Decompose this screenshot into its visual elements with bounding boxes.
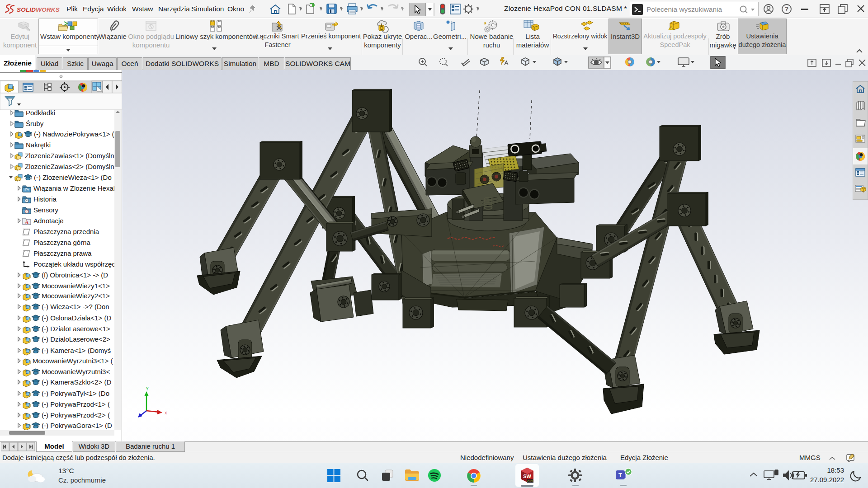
svg-text:(-) NadwoziePokrywa<1> (: (-) NadwoziePokrywa<1> (	[34, 130, 114, 138]
svg-text:Podkładki: Podkładki	[26, 109, 55, 117]
svg-text:Wiązania w Zlozenie Hexal: Wiązania w Zlozenie Hexal	[33, 184, 115, 192]
svg-text:MocowanieWiezy1<1>: MocowanieWiezy1<1>	[42, 282, 110, 290]
svg-text:(-) Kamera<1> (Domyś: (-) Kamera<1> (Domyś	[42, 347, 111, 354]
svg-text:Adnotacje: Adnotacje	[33, 217, 64, 225]
svg-text:MocowanieWiezy2<1>: MocowanieWiezy2<1>	[42, 292, 110, 300]
svg-text:(-) PokrywaPrzod<2> (: (-) PokrywaPrzod<2> (	[42, 411, 110, 419]
svg-text:(-) DzialoLaserowe<1>: (-) DzialoLaserowe<1>	[42, 325, 110, 333]
svg-text:(-) KameraSzklo<2> (D: (-) KameraSzklo<2> (D	[42, 378, 111, 386]
svg-text:(-) PokrywaTyl<1> (Do: (-) PokrywaTyl<1> (Do	[42, 389, 109, 397]
svg-text:x: x	[165, 410, 167, 415]
svg-text:Początek układu współrzęd: Początek układu współrzęd	[33, 260, 116, 268]
svg-text:Sensory: Sensory	[33, 206, 59, 214]
svg-text:(-) OslonaDziala<1> (D: (-) OslonaDziala<1> (D	[42, 314, 111, 322]
svg-text:Historia: Historia	[33, 195, 57, 203]
svg-text:Płaszczyzna prawa: Płaszczyzna prawa	[33, 249, 92, 257]
svg-text:?: ?	[785, 5, 789, 13]
svg-text:2021: 2021	[527, 479, 534, 483]
svg-text:!: !	[670, 26, 672, 30]
svg-text:Nakrętki: Nakrętki	[26, 141, 51, 149]
svg-text:ZlozenieZawias<1> (Domyślna: ZlozenieZawias<1> (Domyślna	[25, 152, 118, 160]
svg-text:SOLIDWORKS: SOLIDWORKS	[17, 6, 60, 13]
svg-text:T: T	[618, 472, 622, 479]
svg-text:Płaszczyzna górna: Płaszczyzna górna	[33, 239, 91, 246]
svg-text:SW: SW	[523, 474, 531, 479]
svg-text:(-) PokrywaGora<1> (D: (-) PokrywaGora<1> (D	[42, 422, 112, 429]
svg-text:(-) Wieza<1> ->? (Don: (-) Wieza<1> ->? (Don	[42, 303, 109, 310]
svg-text:A: A	[25, 219, 29, 225]
svg-text:(-) PokrywaPrzod<1> (: (-) PokrywaPrzod<1> (	[42, 400, 110, 408]
svg-text:Śruby: Śruby	[26, 120, 44, 127]
svg-text:MocowanieWyrzutni3<1> (: MocowanieWyrzutni3<1> (	[33, 357, 113, 365]
svg-text:(-) ZlozenieWieza<1> (Do: (-) ZlozenieWieza<1> (Do	[34, 174, 112, 181]
svg-text:Y: Y	[146, 386, 149, 391]
svg-text:(f) Obrotnica<1> -> (D: (f) Obrotnica<1> -> (D	[42, 271, 108, 279]
svg-text:Płaszczyzna przednia: Płaszczyzna przednia	[33, 228, 99, 235]
svg-text:MocowanieWyrzutni3<: MocowanieWyrzutni3<	[42, 368, 110, 375]
svg-text:(-) DzialoLaserowe<2>: (-) DzialoLaserowe<2>	[42, 335, 110, 343]
svg-text:ZlozenieZawias<2> (Domyślna: ZlozenieZawias<2> (Domyślna	[25, 163, 118, 170]
